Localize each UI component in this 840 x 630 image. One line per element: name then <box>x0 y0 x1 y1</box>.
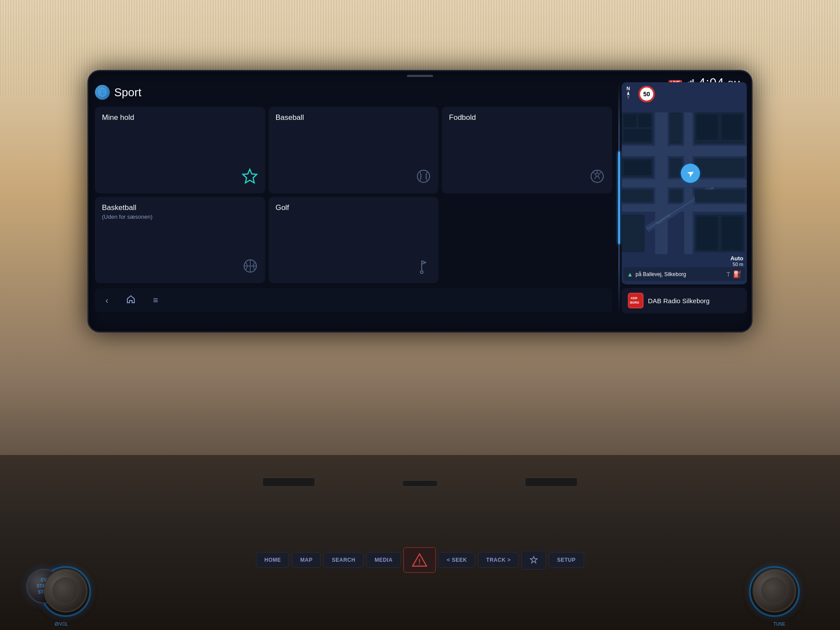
svg-line-20 <box>598 176 600 179</box>
svg-marker-64 <box>530 556 537 563</box>
road-text: på Ballevej, Silkeborg <box>636 271 724 277</box>
svg-rect-45 <box>722 115 743 140</box>
svg-rect-59 <box>629 294 642 307</box>
card-baseball[interactable]: Baseball <box>269 107 439 193</box>
controls-area: HOME MAP SEARCH MEDIA ! < SEEK TRACK > S… <box>0 455 840 630</box>
golf-icon <box>276 258 432 277</box>
svg-rect-32 <box>622 146 747 156</box>
svg-rect-56 <box>722 217 743 250</box>
hazard-button[interactable]: ! <box>403 547 436 573</box>
radio-station-name: DAB Radio Silkeborg <box>648 297 710 304</box>
sport-grid: Mine hold Baseball <box>95 107 612 283</box>
tune-knob[interactable] <box>752 569 796 612</box>
svg-point-28 <box>424 262 426 263</box>
main-content: Sport Mine hold Baseball <box>89 79 751 317</box>
svg-text:!: ! <box>419 558 421 566</box>
panel-divider <box>618 82 620 313</box>
fuel-icon: ⛽ <box>733 270 742 278</box>
card-baseball-title: Baseball <box>276 113 432 122</box>
soccer-icon <box>449 168 605 187</box>
compass: N <box>625 86 631 100</box>
tune-knob-label: TUNE <box>774 622 785 626</box>
svg-rect-53 <box>622 215 644 252</box>
map-widget[interactable]: Navervej <box>622 82 747 284</box>
vent-left <box>262 478 315 486</box>
speed-limit: 50 <box>638 86 655 102</box>
hw-setup-button[interactable]: SETUP <box>549 552 584 568</box>
radio-logo: KER BORG <box>628 293 644 308</box>
baseball-icon <box>276 168 432 187</box>
sport-header: Sport <box>95 83 612 103</box>
hw-home-button[interactable]: HOME <box>256 552 289 568</box>
svg-rect-52 <box>695 189 745 202</box>
vent-area <box>0 455 840 490</box>
vol-knob-label: Ø/VOL <box>55 622 68 626</box>
card-basketball[interactable]: Basketball (Uden for sæsonen) <box>95 197 265 284</box>
card-fodbold-title: Fodbold <box>449 113 605 122</box>
star-icon <box>102 168 258 187</box>
card-golf[interactable]: Golf <box>269 197 439 284</box>
road-type-icon: T <box>726 271 730 278</box>
vent-center <box>402 480 438 486</box>
svg-rect-41 <box>624 129 651 142</box>
hw-track-button[interactable]: TRACK > <box>478 552 519 568</box>
vent-right <box>525 478 578 486</box>
hw-map-button[interactable]: MAP <box>292 552 321 568</box>
svg-marker-58 <box>627 95 630 100</box>
svg-rect-42 <box>670 112 682 144</box>
card-golf-title: Golf <box>276 203 432 213</box>
svg-marker-17 <box>595 173 599 176</box>
nav-arrow: ➤ <box>681 164 700 183</box>
svg-marker-57 <box>627 91 630 95</box>
vol-knob[interactable] <box>44 569 88 612</box>
svg-point-26 <box>420 271 423 273</box>
sport-panel: Sport Mine hold Baseball <box>89 79 618 317</box>
hw-favorite-button[interactable] <box>522 551 546 570</box>
svg-text:BORG: BORG <box>630 301 640 304</box>
svg-rect-49 <box>695 158 745 177</box>
svg-line-22 <box>593 172 595 174</box>
hw-media-button[interactable]: MEDIA <box>366 552 401 568</box>
card-basketball-subtitle: (Uden for sæsonen) <box>102 214 258 220</box>
svg-rect-44 <box>697 115 718 140</box>
svg-marker-8 <box>243 169 257 183</box>
svg-point-9 <box>417 170 430 182</box>
main-screen: LIVE 4:04 PM <box>88 70 752 332</box>
card-fodbold[interactable]: Fodbold <box>442 107 612 193</box>
top-bar: LIVE 4:04 PM <box>89 71 751 79</box>
nav-arrow-icon: ➤ <box>685 167 696 179</box>
right-panel: Navervej <box>620 79 751 317</box>
bottom-nav: ‹ ≡ <box>95 288 612 312</box>
sport-icon <box>95 85 110 100</box>
card-mine-hold[interactable]: Mine hold <box>95 107 265 193</box>
back-button[interactable]: ‹ <box>102 294 112 307</box>
hw-seek-back-button[interactable]: < SEEK <box>438 552 475 568</box>
menu-button[interactable]: ≡ <box>150 294 162 307</box>
card-basketball-title: Basketball <box>102 203 136 212</box>
svg-rect-55 <box>697 217 718 250</box>
map-distance: Auto 50 m <box>730 255 743 267</box>
svg-line-13 <box>425 174 427 175</box>
svg-rect-51 <box>670 189 682 202</box>
home-button[interactable] <box>122 293 139 308</box>
card-mine-hold-title: Mine hold <box>102 113 258 122</box>
button-row: HOME MAP SEARCH MEDIA ! < SEEK TRACK > S… <box>0 490 840 630</box>
svg-line-21 <box>595 176 596 179</box>
basketball-icon <box>102 258 258 277</box>
svg-text:KER: KER <box>631 297 637 300</box>
sport-title: Sport <box>114 86 141 99</box>
road-arrow-icon: ▲ <box>627 271 633 278</box>
map-svg: Navervej <box>622 82 747 284</box>
drag-handle <box>407 75 433 77</box>
svg-line-10 <box>420 174 422 175</box>
svg-rect-48 <box>670 158 682 177</box>
hw-search-button[interactable]: SEARCH <box>323 552 364 568</box>
svg-line-12 <box>420 178 422 178</box>
map-road-label: ▲ på Ballevej, Silkeborg T ⛽ <box>623 267 745 281</box>
svg-rect-50 <box>622 189 653 202</box>
radio-widget[interactable]: KER BORG DAB Radio Silkeborg <box>622 288 747 313</box>
svg-line-19 <box>599 172 601 174</box>
svg-rect-39 <box>624 115 637 127</box>
svg-rect-40 <box>638 115 651 127</box>
svg-rect-47 <box>624 161 651 175</box>
